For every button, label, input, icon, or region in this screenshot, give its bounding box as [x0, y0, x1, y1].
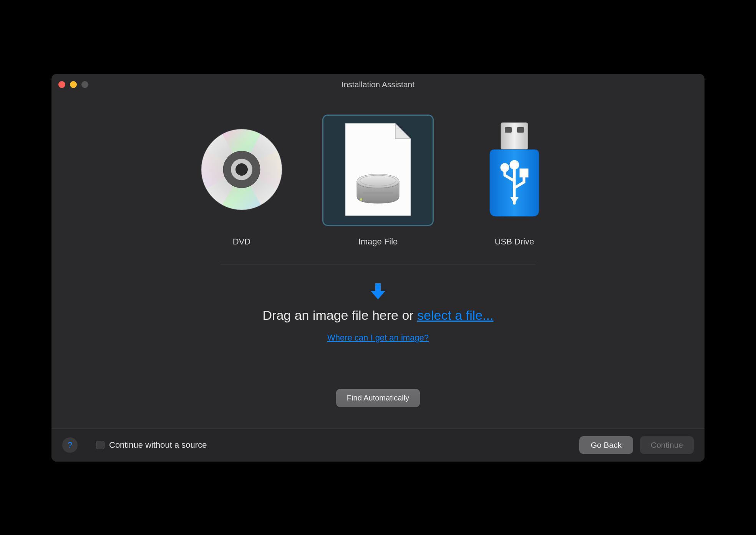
- checkbox-icon: [96, 441, 104, 449]
- close-window-button[interactable]: [58, 81, 65, 88]
- image-file-label: Image File: [358, 237, 398, 247]
- continue-without-source-label: Continue without a source: [109, 440, 207, 450]
- dvd-disc-icon: [199, 127, 284, 213]
- footer-bar: ? Continue without a source Go Back Cont…: [51, 428, 705, 462]
- svg-point-13: [502, 164, 508, 171]
- svg-rect-6: [363, 192, 393, 194]
- usb-drive-label: USB Drive: [495, 237, 534, 247]
- minimize-window-button[interactable]: [70, 81, 77, 88]
- svg-point-3: [235, 163, 248, 176]
- svg-rect-8: [501, 123, 528, 150]
- dvd-label: DVD: [233, 237, 250, 247]
- installation-assistant-window: Installation Assistant: [51, 74, 705, 462]
- titlebar: Installation Assistant: [51, 74, 705, 95]
- usb-icon-box: [459, 115, 570, 226]
- drag-prefix-text: Drag an image file here or: [263, 308, 418, 322]
- divider: [220, 264, 536, 264]
- help-button[interactable]: ?: [62, 437, 78, 453]
- source-option-image-file[interactable]: Image File: [322, 115, 434, 247]
- usb-drive-icon: [484, 120, 545, 221]
- drop-zone[interactable]: Drag an image file here or select a file…: [75, 282, 681, 343]
- svg-rect-10: [517, 127, 524, 133]
- go-back-button[interactable]: Go Back: [579, 436, 633, 454]
- find-automatically-button[interactable]: Find Automatically: [336, 389, 420, 407]
- maximize-window-button[interactable]: [81, 81, 88, 88]
- content-area: DVD: [51, 95, 705, 428]
- image-file-icon: [340, 121, 416, 219]
- svg-rect-9: [505, 127, 512, 133]
- drop-arrow-icon: [75, 282, 681, 301]
- svg-rect-14: [521, 170, 527, 176]
- source-options-row: DVD: [75, 115, 681, 247]
- select-file-link[interactable]: select a file...: [417, 308, 493, 322]
- image-file-icon-box: [322, 115, 434, 226]
- continue-without-source-checkbox[interactable]: Continue without a source: [96, 440, 207, 450]
- source-option-dvd[interactable]: DVD: [186, 115, 297, 247]
- where-get-image-link[interactable]: Where can I get an image?: [327, 333, 429, 343]
- svg-point-7: [360, 198, 362, 201]
- drop-zone-text: Drag an image file here or select a file…: [75, 308, 681, 323]
- source-option-usb-drive[interactable]: USB Drive: [459, 115, 570, 247]
- window-title: Installation Assistant: [51, 80, 705, 89]
- continue-button[interactable]: Continue: [640, 436, 694, 454]
- window-controls: [58, 81, 88, 88]
- dvd-icon-box: [186, 115, 297, 226]
